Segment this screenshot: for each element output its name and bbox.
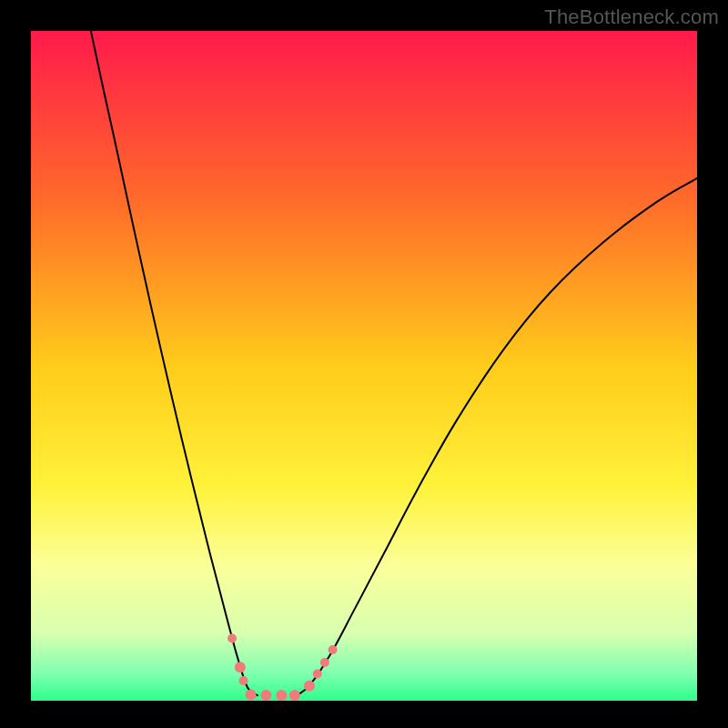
bottleneck-curve-chart xyxy=(31,31,697,701)
marker-dot-1 xyxy=(235,662,246,672)
marker-dot-0 xyxy=(228,634,237,643)
chart-frame: TheBottleneck.com xyxy=(0,0,728,728)
marker-dot-8 xyxy=(313,670,322,679)
marker-dot-6 xyxy=(289,690,300,701)
gradient-background xyxy=(31,31,697,701)
marker-dot-2 xyxy=(239,676,248,685)
watermark-text: TheBottleneck.com xyxy=(544,5,719,29)
marker-dot-4 xyxy=(260,690,271,701)
marker-dot-10 xyxy=(329,645,338,654)
marker-dot-3 xyxy=(246,689,257,700)
marker-dot-9 xyxy=(320,658,329,667)
plot-area xyxy=(31,31,697,701)
marker-dot-7 xyxy=(304,681,315,692)
marker-dot-5 xyxy=(276,690,287,701)
